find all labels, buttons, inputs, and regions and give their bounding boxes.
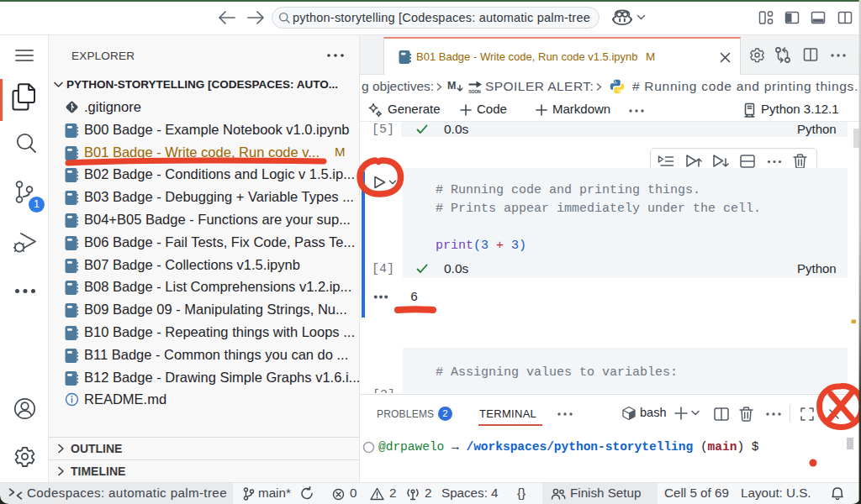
svg-text:$: $ [631,413,634,419]
svg-text:SOON: SOON [468,89,481,94]
